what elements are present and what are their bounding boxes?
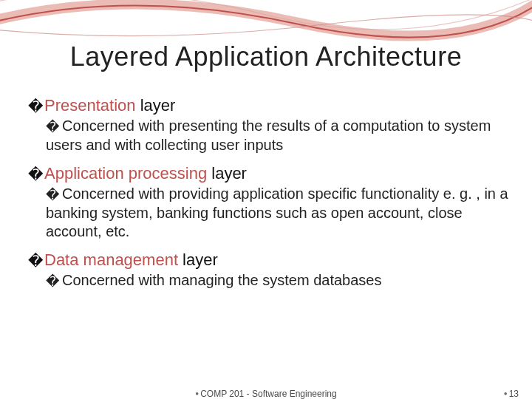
heading-rest: layer bbox=[207, 164, 247, 183]
section-body: �Concerned with presenting the results o… bbox=[46, 117, 508, 155]
section-body: �Concerned with managing the system data… bbox=[46, 271, 508, 290]
body-text: Concerned with providing application spe… bbox=[46, 185, 508, 240]
dot-icon: ● bbox=[195, 390, 199, 397]
body-text: Concerned with managing the system datab… bbox=[62, 272, 381, 288]
page-number: 13 bbox=[509, 389, 519, 399]
dot-icon: ● bbox=[504, 390, 508, 397]
heading-rest: layer bbox=[136, 96, 176, 115]
footer-page: ●13 bbox=[504, 389, 519, 399]
footer-text: COMP 201 - Software Engineering bbox=[200, 389, 337, 399]
bullet-icon: � bbox=[46, 187, 62, 204]
section-heading: �Application processing layer bbox=[28, 164, 508, 183]
section-body: �Concerned with providing application sp… bbox=[46, 185, 508, 242]
bullet-icon: � bbox=[46, 119, 62, 136]
heading-rest: layer bbox=[178, 250, 218, 269]
section-heading: �Data management layer bbox=[28, 250, 508, 270]
bullet-icon: � bbox=[28, 166, 44, 183]
body-text: Concerned with presenting the results of… bbox=[46, 117, 491, 153]
section-heading: �Presentation layer bbox=[28, 96, 508, 115]
bullet-icon: � bbox=[46, 273, 62, 290]
slide-body: �Presentation layer �Concerned with pres… bbox=[28, 96, 508, 299]
heading-accent: Data management bbox=[44, 250, 178, 269]
slide-title: Layered Application Architecture bbox=[0, 41, 532, 72]
bullet-icon: � bbox=[28, 252, 44, 270]
decorative-swoosh bbox=[0, 0, 532, 44]
heading-accent: Application processing bbox=[44, 164, 207, 183]
heading-accent: Presentation bbox=[44, 96, 136, 115]
bullet-icon: � bbox=[28, 98, 44, 115]
footer-center: ●COMP 201 - Software Engineering bbox=[195, 389, 336, 399]
